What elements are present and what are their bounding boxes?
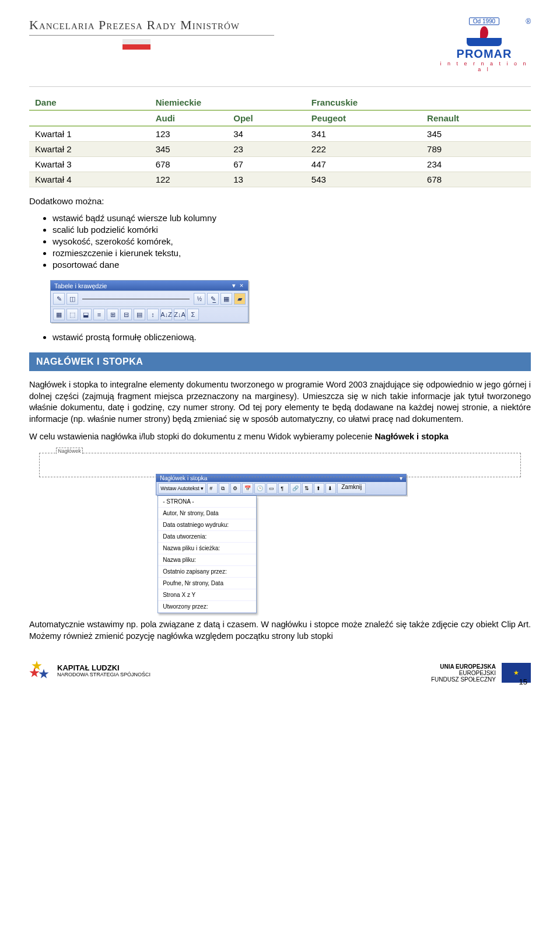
toolbar-minimize-icon[interactable]: ▾ bbox=[231, 282, 237, 289]
bullet-list-1: wstawić bądź usunąć wiersze lub kolumny … bbox=[52, 213, 531, 270]
insert-autotext-button[interactable]: Wstaw Autotekst ▾ bbox=[158, 483, 206, 494]
cell: 345 bbox=[150, 142, 228, 157]
section-heading-naglowek: NAGŁÓWEK I STOPKA bbox=[29, 352, 531, 371]
th-renault: Renault bbox=[421, 110, 531, 126]
menu-item[interactable]: Utworzony przez: bbox=[158, 601, 256, 613]
menu-item[interactable]: Data ostatniego wydruku: bbox=[158, 519, 256, 531]
paragraph-3: Automatycznie wstawimy np. pola związane… bbox=[29, 619, 531, 642]
header-frame-label: Nagłówek bbox=[56, 448, 83, 454]
eu-logo-block: UNIA EUROPEJSKA EUROPEJSKI FUNDUSZ SPOŁE… bbox=[431, 663, 531, 683]
header-footer-toolbar: Nagłówek i stopka ▾ Wstaw Autotekst ▾ # … bbox=[156, 474, 407, 613]
menu-item[interactable]: Poufne, Nr strony, Data bbox=[158, 578, 256, 589]
para2-text: W celu wstawienia nagłówka i/lub stopki … bbox=[29, 432, 374, 441]
tables-borders-toolbar: Tabele i krawędzie ▾ × ✎ ◫ ½ ✎̲ ▦ ▰ ▦ ⬚ … bbox=[50, 280, 249, 323]
cell: 13 bbox=[228, 172, 306, 187]
cell: 67 bbox=[228, 157, 306, 172]
page-header: Kancelaria Prezesa Rady Ministrów Od 199… bbox=[29, 18, 531, 72]
table-row: Kwartał 4 122 13 543 678 bbox=[29, 172, 531, 187]
sort-ascending-icon[interactable]: A↓Z bbox=[160, 309, 172, 320]
time-icon[interactable]: 🕒 bbox=[254, 483, 265, 494]
table-row: Kwartał 3 678 67 447 234 bbox=[29, 157, 531, 172]
menu-item[interactable]: Strona X z Y bbox=[158, 589, 256, 601]
page-number: 15 bbox=[519, 677, 527, 686]
switch-header-footer-icon[interactable]: ⇅ bbox=[302, 483, 313, 494]
border-color-icon[interactable]: ✎̲ bbox=[207, 293, 219, 305]
menu-item[interactable]: Ostatnio zapisany przez: bbox=[158, 566, 256, 578]
th-niemieckie: Niemieckie bbox=[150, 95, 306, 110]
paragraph-1: Nagłówek i stopka to integralne elementy… bbox=[29, 379, 531, 425]
shading-color-icon[interactable]: ▰ bbox=[234, 293, 246, 305]
outside-border-icon[interactable]: ▦ bbox=[220, 293, 232, 305]
menu-item[interactable]: Data utworzenia: bbox=[158, 531, 256, 543]
date-icon[interactable]: 📅 bbox=[242, 483, 253, 494]
toolbar-row-1: ✎ ◫ ½ ✎̲ ▦ ▰ bbox=[51, 291, 248, 306]
page-setup-icon[interactable]: ▭ bbox=[267, 483, 277, 494]
num-pages-icon[interactable]: ⧉ bbox=[219, 483, 229, 494]
toolbar-titlebar[interactable]: Tabele i krawędzie ▾ × bbox=[51, 281, 248, 291]
page-footer: KAPITAŁ LUDZKI NARODOWA STRATEGIA SPÓJNO… bbox=[29, 659, 531, 683]
toolbar-title-text: Tabele i krawędzie bbox=[54, 282, 107, 289]
paragraph-2: W celu wstawienia nagłówka i/lub stopki … bbox=[29, 431, 531, 443]
format-page-number-icon[interactable]: ⚙ bbox=[230, 483, 241, 494]
line-weight-dropdown[interactable]: ½ bbox=[194, 293, 205, 305]
table-row: Kwartał 2 345 23 222 789 bbox=[29, 142, 531, 157]
show-previous-icon[interactable]: ⬆ bbox=[314, 483, 324, 494]
cell: 222 bbox=[306, 142, 421, 157]
th-empty bbox=[29, 110, 150, 126]
toolbar-close-icon[interactable]: × bbox=[239, 282, 244, 289]
split-cells-icon[interactable]: ⬓ bbox=[80, 309, 92, 320]
menu-item[interactable]: Nazwa pliku i ścieżka: bbox=[158, 543, 256, 554]
list-item: wysokość, szerokość komórek, bbox=[52, 236, 531, 246]
kl-subtitle: NARODOWA STRATEGIA SPÓJNOŚCI bbox=[57, 672, 150, 678]
draw-table-icon[interactable]: ✎ bbox=[53, 293, 65, 305]
promar-name: PROMAR bbox=[438, 47, 531, 61]
autosum-icon[interactable]: Σ bbox=[187, 309, 199, 320]
distribute-cols-icon[interactable]: ⊟ bbox=[120, 309, 132, 320]
line-style-preview[interactable] bbox=[82, 299, 190, 299]
menu-item[interactable]: Nazwa pliku: bbox=[158, 554, 256, 566]
merge-cells-icon[interactable]: ⬚ bbox=[66, 309, 78, 320]
sort-descending-icon[interactable]: Z↓A bbox=[174, 309, 186, 320]
autotext-dropdown-menu: - STRONA - Autor, Nr strony, Data Data o… bbox=[158, 495, 257, 613]
registered-icon: ® bbox=[526, 18, 531, 26]
list-item: scalić lub podzielić komórki bbox=[52, 225, 531, 235]
quarter-data-table: Dane Niemieckie Francuskie Audi Opel Peu… bbox=[29, 95, 531, 187]
ue-line3: FUNDUSZ SPOŁECZNY bbox=[431, 676, 496, 683]
cell: 34 bbox=[228, 126, 306, 142]
autoformat-icon[interactable]: ▤ bbox=[134, 309, 145, 320]
table-header-top: Dane Niemieckie Francuskie bbox=[29, 95, 531, 110]
org-title: Kancelaria Prezesa Rady Ministrów bbox=[29, 18, 274, 33]
show-next-icon[interactable]: ⬇ bbox=[326, 483, 336, 494]
th-opel: Opel bbox=[228, 110, 306, 126]
promar-logo-icon bbox=[467, 27, 502, 46]
th-dane: Dane bbox=[29, 95, 150, 110]
title-rule bbox=[29, 35, 274, 36]
header-edit-frame[interactable]: Nagłówek bbox=[39, 453, 521, 477]
link-previous-icon[interactable]: 🔗 bbox=[290, 483, 301, 494]
align-icon[interactable]: ≡ bbox=[93, 309, 105, 320]
distribute-rows-icon[interactable]: ⊞ bbox=[107, 309, 118, 320]
promar-logo-block: Od 1990 ® PROMAR i n t e r n a t i o n a… bbox=[438, 18, 531, 72]
cell: 341 bbox=[306, 126, 421, 142]
insert-table-icon[interactable]: ▦ bbox=[53, 309, 65, 320]
cell: 123 bbox=[150, 126, 228, 142]
eraser-icon[interactable]: ◫ bbox=[66, 293, 78, 305]
cell: 447 bbox=[306, 157, 421, 172]
cell: 678 bbox=[150, 157, 228, 172]
list-item: wstawić bądź usunąć wiersze lub kolumny bbox=[52, 213, 531, 223]
cell: 543 bbox=[306, 172, 421, 187]
row-label: Kwartał 1 bbox=[29, 126, 150, 142]
show-hide-text-icon[interactable]: ¶ bbox=[278, 483, 289, 494]
page-number-icon[interactable]: # bbox=[207, 483, 218, 494]
text-direction-icon[interactable]: ↕ bbox=[147, 309, 159, 320]
menu-item[interactable]: Autor, Nr strony, Data bbox=[158, 508, 256, 519]
lead-text: Dodatkowo można: bbox=[29, 195, 531, 207]
hf-close-button[interactable]: Zamknij bbox=[337, 483, 366, 494]
row-label: Kwartał 4 bbox=[29, 172, 150, 187]
list-item: wstawić prostą formułę obliczeniową. bbox=[52, 332, 531, 342]
poland-flag-icon bbox=[123, 39, 150, 50]
list-item: rozmieszczenie i kierunek tekstu, bbox=[52, 248, 531, 258]
cell: 234 bbox=[421, 157, 531, 172]
menu-item[interactable]: - STRONA - bbox=[158, 496, 256, 508]
th-audi: Audi bbox=[150, 110, 228, 126]
